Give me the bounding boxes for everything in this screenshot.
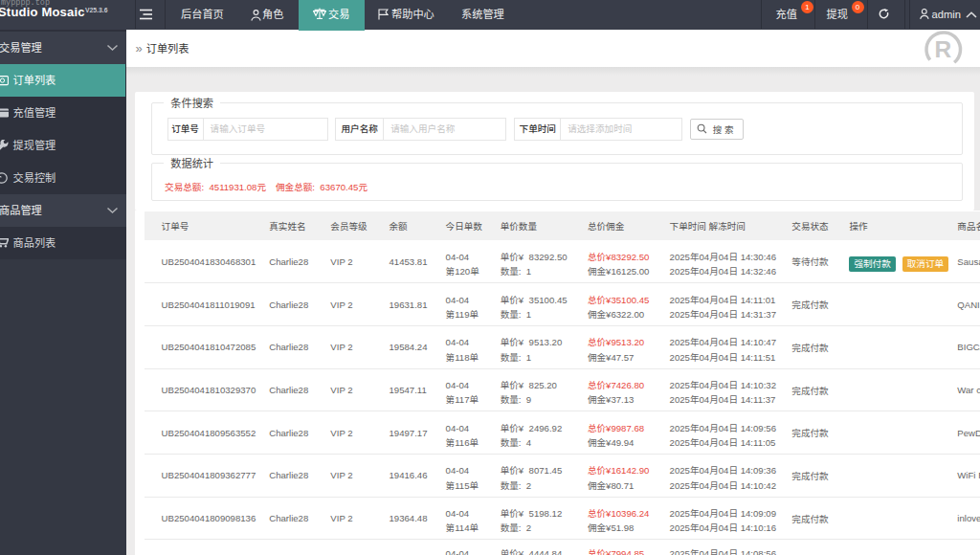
svg-text:R: R bbox=[935, 36, 952, 62]
